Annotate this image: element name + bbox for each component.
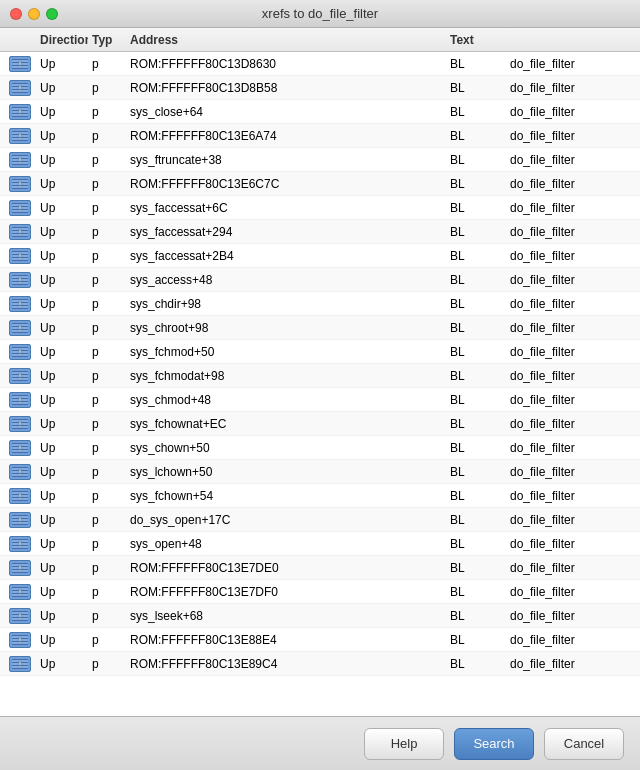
type-cell: p: [88, 657, 126, 671]
close-button[interactable]: [10, 8, 22, 20]
footer: Help Search Cancel: [0, 716, 640, 770]
table-row[interactable]: ↑ Uppsys_faccessat+2B4BLdo_file_filter: [0, 244, 640, 268]
table-row[interactable]: ↑ Uppsys_fchmod+50BLdo_file_filter: [0, 340, 640, 364]
maximize-button[interactable]: [46, 8, 58, 20]
text-type-cell: BL: [446, 633, 506, 647]
text-ref-cell: do_file_filter: [506, 489, 636, 503]
xref-icon: ↑: [4, 248, 36, 264]
table-row[interactable]: ↑ UppROM:FFFFFF80C13E7DE0BLdo_file_filte…: [0, 556, 640, 580]
xref-icon: ↑: [4, 416, 36, 432]
type-cell: p: [88, 321, 126, 335]
cancel-button[interactable]: Cancel: [544, 728, 624, 760]
text-type-cell: BL: [446, 465, 506, 479]
address-cell: ROM:FFFFFF80C13D8B58: [126, 81, 446, 95]
xref-icon: ↑: [4, 392, 36, 408]
address-cell: ROM:FFFFFF80C13E89C4: [126, 657, 446, 671]
type-cell: p: [88, 153, 126, 167]
table-row[interactable]: ↑ Uppsys_ftruncate+38BLdo_file_filter: [0, 148, 640, 172]
text-ref-cell: do_file_filter: [506, 57, 636, 71]
table-row[interactable]: ↑ UppROM:FFFFFF80C13D8B58BLdo_file_filte…: [0, 76, 640, 100]
text-ref-cell: do_file_filter: [506, 633, 636, 647]
table-row[interactable]: ↑ Uppdo_sys_open+17CBLdo_file_filter: [0, 508, 640, 532]
table-row[interactable]: ↑ Uppsys_faccessat+294BLdo_file_filter: [0, 220, 640, 244]
minimize-button[interactable]: [28, 8, 40, 20]
table-row[interactable]: ↑ Uppsys_lchown+50BLdo_file_filter: [0, 460, 640, 484]
table-row[interactable]: ↑ UppROM:FFFFFF80C13E88E4BLdo_file_filte…: [0, 628, 640, 652]
table-row[interactable]: ↑ Uppsys_chdir+98BLdo_file_filter: [0, 292, 640, 316]
text-type-cell: BL: [446, 417, 506, 431]
table-row[interactable]: ↑ Uppsys_lseek+68BLdo_file_filter: [0, 604, 640, 628]
xref-icon: ↑: [4, 464, 36, 480]
address-cell: ROM:FFFFFF80C13E7DE0: [126, 561, 446, 575]
text-type-cell: BL: [446, 345, 506, 359]
table-row[interactable]: ↑ UppROM:FFFFFF80C13D8630BLdo_file_filte…: [0, 52, 640, 76]
table-row[interactable]: ↑ UppROM:FFFFFF80C13E7DF0BLdo_file_filte…: [0, 580, 640, 604]
table-row[interactable]: ↑ Uppsys_fchownat+ECBLdo_file_filter: [0, 412, 640, 436]
text-ref-cell: do_file_filter: [506, 369, 636, 383]
title-bar: xrefs to do_file_filter: [0, 0, 640, 28]
table-row[interactable]: ↑ Uppsys_faccessat+6CBLdo_file_filter: [0, 196, 640, 220]
table-row[interactable]: ↑ UppROM:FFFFFF80C13E6A74BLdo_file_filte…: [0, 124, 640, 148]
direction-cell: Up: [36, 105, 88, 119]
text-ref-cell: do_file_filter: [506, 177, 636, 191]
type-cell: p: [88, 513, 126, 527]
address-cell: sys_faccessat+294: [126, 225, 446, 239]
xref-icon: ↑: [4, 440, 36, 456]
table-row[interactable]: ↑ Uppsys_chmod+48BLdo_file_filter: [0, 388, 640, 412]
table-row[interactable]: ↑ Uppsys_open+48BLdo_file_filter: [0, 532, 640, 556]
direction-cell: Up: [36, 393, 88, 407]
text-type-cell: BL: [446, 201, 506, 215]
table-row[interactable]: ↑ Uppsys_fchown+54BLdo_file_filter: [0, 484, 640, 508]
table-row[interactable]: ↑ UppROM:FFFFFF80C13E6C7CBLdo_file_filte…: [0, 172, 640, 196]
address-cell: ROM:FFFFFF80C13E7DF0: [126, 585, 446, 599]
type-cell: p: [88, 57, 126, 71]
direction-cell: Up: [36, 225, 88, 239]
address-cell: sys_close+64: [126, 105, 446, 119]
direction-cell: Up: [36, 369, 88, 383]
table-row[interactable]: ↑ UppROM:FFFFFF80C13E89C4BLdo_file_filte…: [0, 652, 640, 676]
xref-icon: ↑: [4, 512, 36, 528]
search-button[interactable]: Search: [454, 728, 534, 760]
type-cell: p: [88, 369, 126, 383]
table-row[interactable]: ↑ Uppsys_fchmodat+98BLdo_file_filter: [0, 364, 640, 388]
text-ref-cell: do_file_filter: [506, 153, 636, 167]
direction-cell: Up: [36, 609, 88, 623]
address-cell: sys_fchownat+EC: [126, 417, 446, 431]
type-cell: p: [88, 129, 126, 143]
type-cell: p: [88, 417, 126, 431]
direction-cell: Up: [36, 513, 88, 527]
text-type-cell: BL: [446, 441, 506, 455]
type-cell: p: [88, 489, 126, 503]
help-button[interactable]: Help: [364, 728, 444, 760]
table-row[interactable]: ↑ Uppsys_chown+50BLdo_file_filter: [0, 436, 640, 460]
type-cell: p: [88, 177, 126, 191]
xref-icon: ↑: [4, 344, 36, 360]
address-cell: sys_faccessat+6C: [126, 201, 446, 215]
text-ref-cell: do_file_filter: [506, 225, 636, 239]
text-type-cell: BL: [446, 561, 506, 575]
direction-cell: Up: [36, 489, 88, 503]
type-cell: p: [88, 273, 126, 287]
text-ref-cell: do_file_filter: [506, 465, 636, 479]
table-row[interactable]: ↑ Uppsys_close+64BLdo_file_filter: [0, 100, 640, 124]
text-type-cell: BL: [446, 537, 506, 551]
xref-icon: ↑: [4, 632, 36, 648]
type-cell: p: [88, 105, 126, 119]
type-cell: p: [88, 225, 126, 239]
xref-icon: ↑: [4, 80, 36, 96]
table-body[interactable]: ↑ UppROM:FFFFFF80C13D8630BLdo_file_filte…: [0, 52, 640, 716]
text-ref-cell: do_file_filter: [506, 321, 636, 335]
text-type-cell: BL: [446, 129, 506, 143]
xref-icon: ↑: [4, 128, 36, 144]
address-cell: sys_access+48: [126, 273, 446, 287]
address-cell: sys_lchown+50: [126, 465, 446, 479]
traffic-lights: [10, 8, 58, 20]
xref-icon: ↑: [4, 152, 36, 168]
table-row[interactable]: ↑ Uppsys_access+48BLdo_file_filter: [0, 268, 640, 292]
xref-icon: ↑: [4, 104, 36, 120]
text-ref-cell: do_file_filter: [506, 273, 636, 287]
address-cell: ROM:FFFFFF80C13E6C7C: [126, 177, 446, 191]
xref-icon: ↑: [4, 200, 36, 216]
table-row[interactable]: ↑ Uppsys_chroot+98BLdo_file_filter: [0, 316, 640, 340]
address-cell: sys_fchmod+50: [126, 345, 446, 359]
